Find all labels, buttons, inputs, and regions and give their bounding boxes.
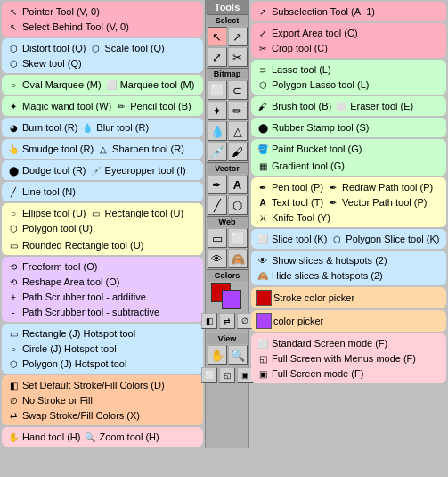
hotspot-toolbar-btn[interactable]: ▭ (208, 228, 227, 248)
oval-marquee-group: ○ Oval Marquee (M) ⬜ Marquee tool (M) (2, 75, 203, 95)
rubber-stamp-tool[interactable]: ⬤ Rubber Stamp tool (S) (256, 120, 369, 135)
full-screen-menus-tool[interactable]: ◱ Full Screen with Menus mode (F) (256, 351, 416, 366)
marquee-toolbar-btn[interactable]: ⬜ (208, 80, 227, 100)
vector-tools: ✒ A ╱ ⬡ (207, 174, 248, 216)
hide-slices-tool[interactable]: 🙈 Hide slices & hotspots (2) (256, 268, 383, 283)
pointer-toolbar-btn[interactable]: ↖ (208, 27, 227, 46)
marquee-tool[interactable]: ⬜ Marquee tool (M) (104, 78, 195, 92)
freeform-tool[interactable]: ⟲ Freeform tool (O) (6, 259, 97, 274)
select-behind-tool[interactable]: ↖ Select Behind Tool (V, 0) (6, 20, 129, 34)
polygon-hotspot-tool[interactable]: ⬡ Polygon (J) Hotspot tool (6, 357, 126, 371)
web-tools: ▭ ⬜ 👁 🙈 (207, 227, 248, 269)
polygon-tool[interactable]: ⬡ Polygon tool (U) (6, 221, 93, 235)
pencil-toolbar-btn[interactable]: ✏ (228, 101, 248, 120)
swap-colors-tool[interactable]: ⇄ Swap Stroke/Fill Colors (X) (6, 408, 140, 423)
stroke-color-swatch (256, 290, 272, 306)
shape-toolbar-btn[interactable]: ⬡ (228, 195, 248, 215)
show-slices-icon: 👁 (256, 253, 270, 267)
pencil-tool[interactable]: ✏ Pencil tool (B) (114, 99, 191, 113)
brush-toolbar-btn[interactable]: 🖌 (228, 142, 248, 161)
blur-tool[interactable]: 💧 Blur tool (R) (80, 120, 149, 135)
center-toolbar: Tools Select ↖ ↗ ⤢ ✂ Bitmap ⬜ ⊂ ✦ ✏ 💧 △ … (205, 0, 249, 448)
zoom-tool[interactable]: 🔍 Zoom tool (H) (83, 430, 159, 444)
rect-hotspot-tool[interactable]: ▭ Rectangle (J) Hotspot tool (6, 326, 135, 341)
sharpen-tool[interactable]: △ Sharpen tool (R) (96, 142, 184, 156)
eyedrop-toolbar-btn[interactable]: 💉 (208, 142, 227, 161)
pointer-tool[interactable]: ↖ Pointer Tool (V, 0) (6, 4, 100, 19)
stroke-color-picker[interactable]: Stroke color picker (256, 290, 354, 306)
full-screen-menus-btn[interactable]: ◱ (219, 367, 235, 383)
no-stroke-fill-tool[interactable]: ∅ No Stroke or Fill (6, 393, 93, 407)
crop-toolbar-btn[interactable]: ✂ (228, 47, 248, 67)
blur-toolbar-btn[interactable]: 💧 (208, 121, 227, 141)
polygon-icon: ⬡ (6, 221, 20, 235)
fill-color-picker[interactable]: color picker (256, 313, 323, 329)
skew-tool[interactable]: ⬡ Skew tool (Q) (6, 56, 82, 70)
dodge-tool[interactable]: ⬤ Dodge tool (R) (6, 163, 86, 177)
smudge-tool[interactable]: 👆 Smudge tool (R) (6, 142, 94, 156)
screen-mode-group: ⬜ Standard Screen mode (F) ◱ Full Screen… (251, 333, 446, 383)
rectangle-tool[interactable]: ▭ Rectangle tool (U) (89, 206, 184, 220)
sharpen-toolbar-btn[interactable]: △ (228, 121, 248, 141)
full-screen-tool[interactable]: ▣ Full Screen mode (F) (256, 366, 363, 381)
text-tool[interactable]: A Text tool (T) (256, 195, 323, 210)
circle-hotspot-icon: ○ (6, 341, 20, 356)
export-toolbar-btn[interactable]: ⤢ (208, 47, 227, 67)
eyedropper-tool[interactable]: 💉 Eyedropper tool (I) (89, 163, 186, 177)
reshape-area-tool[interactable]: ⟲ Reshape Area tool (O) (6, 275, 119, 289)
lasso-toolbar-btn[interactable]: ⊂ (228, 80, 248, 100)
burn-tool[interactable]: ◕ Burn tool (R) (6, 120, 77, 135)
circle-hotspot-tool[interactable]: ○ Circle (J) Hotspot tool (6, 341, 117, 356)
pen-tool[interactable]: ✒ Pen tool (P) (256, 180, 323, 194)
text-toolbar-btn[interactable]: A (228, 175, 248, 194)
show-hide-group: 👁 Show slices & hotspots (2) 🙈 Hide slic… (251, 251, 446, 285)
pencil-icon: ✏ (114, 99, 128, 113)
line-tool[interactable]: ╱ Line tool (N) (6, 185, 76, 199)
set-default-colors-tool[interactable]: ◧ Set Default Stroke/Fill Colors (D) (6, 378, 165, 392)
polygon-lasso-tool[interactable]: ⬡ Polygon Lasso tool (L) (256, 78, 369, 92)
gradient-tool[interactable]: ▦ Gradient tool (G) (256, 159, 345, 173)
slice-tool[interactable]: ⬜ Slice tool (K) (256, 232, 327, 246)
standard-screen-tool[interactable]: ⬜ Standard Screen mode (F) (256, 336, 387, 350)
bitmap-section-header: Bitmap (207, 68, 248, 79)
fill-color-block[interactable] (222, 290, 241, 309)
eraser-tool[interactable]: ⬜ Eraser tool (E) (334, 99, 413, 113)
wand-toolbar-btn[interactable]: ✦ (208, 101, 227, 120)
subselect-toolbar-btn[interactable]: ↗ (228, 27, 248, 46)
colors-section-header: Colors (207, 269, 248, 281)
show-toolbar-btn[interactable]: 👁 (208, 249, 227, 268)
magic-wand-tool[interactable]: ✦ Magic wand tool (W) (6, 99, 111, 113)
slice-toolbar-btn[interactable]: ⬜ (228, 228, 248, 248)
default-color-btn[interactable]: ◧ (201, 313, 217, 329)
vector-path-tool[interactable]: ✒ Vector Path tool (P) (326, 195, 427, 210)
line-toolbar-btn[interactable]: ╱ (208, 195, 227, 215)
distort-tool[interactable]: ⬡ Distort tool (Q) (6, 41, 86, 55)
subselection-tool[interactable]: ↗ Subselection Tool (A, 1) (256, 4, 375, 19)
hide-toolbar-btn[interactable]: 🙈 (228, 249, 248, 268)
path-scrubber-additive-tool[interactable]: + Path Scrubber tool - additive (6, 290, 146, 304)
hand-toolbar-btn[interactable]: ✋ (208, 345, 227, 365)
show-slices-tool[interactable]: 👁 Show slices & hotspots (2) (256, 253, 387, 267)
ellipse-tool[interactable]: ○ Ellipse tool (U) (6, 206, 86, 220)
zoom-toolbar-btn[interactable]: 🔍 (228, 345, 248, 365)
brush-tool[interactable]: 🖌 Brush tool (B) (256, 99, 331, 113)
crop-tool[interactable]: ✂ Crop tool (C) (256, 41, 328, 55)
standard-screen-btn[interactable]: ⬜ (201, 367, 217, 383)
rounded-rect-tool[interactable]: ▭ Rounded Rectangle tool (U) (6, 238, 143, 252)
redraw-path-tool[interactable]: ✒ Redraw Path tool (P) (326, 180, 433, 194)
swap-color-btn[interactable]: ⇄ (219, 313, 235, 329)
hand-tool[interactable]: ✋ Hand tool (H) (6, 430, 80, 444)
knife-tool[interactable]: ⚔ Knife Tool (Y) (256, 210, 330, 225)
path-scrubber-subtractive-tool[interactable]: - Path Scrubber tool - subtractive (6, 305, 159, 319)
brush-icon: 🖌 (256, 99, 270, 113)
lasso-tool[interactable]: ⊃ Lasso tool (L) (256, 62, 331, 77)
paintbucket-tool[interactable]: 🪣 Paint Bucket tool (G) (256, 142, 362, 156)
export-area-tool[interactable]: ⤢ Export Area tool (C) (256, 26, 358, 40)
redraw-path-icon: ✒ (326, 180, 340, 194)
magic-wand-group: ✦ Magic wand tool (W) ✏ Pencil tool (B) (2, 96, 203, 116)
scale-tool[interactable]: ⬡ Scale tool (Q) (89, 41, 165, 55)
oval-marquee-tool[interactable]: ○ Oval Marquee (M) (6, 78, 102, 92)
pen-toolbar-btn[interactable]: ✒ (208, 175, 227, 194)
polygon-slice-tool[interactable]: ⬡ Polygon Slice tool (K) (330, 232, 439, 246)
hide-slices-icon: 🙈 (256, 268, 270, 283)
